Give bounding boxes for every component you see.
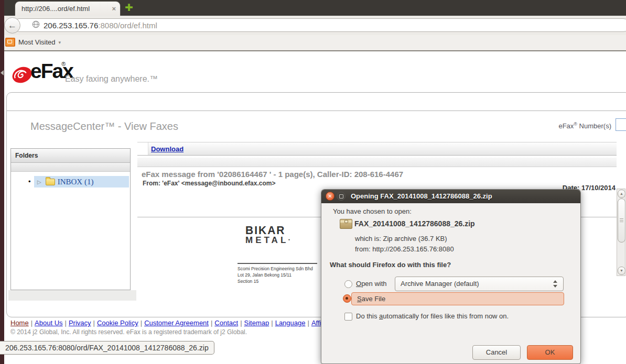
dialog-filetype-text: which is: Zip archive (36.7 KB): [355, 235, 447, 242]
inbox-label[interactable]: INBOX (1): [58, 178, 94, 186]
copyright-text: © 2014 j2 Global, Inc. All rights reserv…: [10, 328, 247, 336]
open-with-label[interactable]: Open with: [356, 280, 387, 288]
select-spinner-icon: [553, 280, 558, 288]
screen: http://206....ord/ef.html × ✚ 206.253.16…: [0, 0, 626, 364]
footer-link-contact[interactable]: Contact: [214, 319, 238, 327]
folder-icon: [46, 179, 55, 185]
footer-link-about[interactable]: About Us: [35, 319, 62, 327]
dialog-intro-text: You have chosen to open:: [333, 207, 412, 215]
folders-subheader: [11, 163, 130, 172]
url-bar[interactable]: 206.253.165.76:8080/ord/ef.html: [13, 18, 626, 32]
open-with-selected-value: Archive Manager (default): [401, 280, 479, 288]
fax-address-line1: Scomi Precision Engineering Sdn Bhd: [238, 266, 313, 271]
do-automatically-label[interactable]: Do this automatically for files like thi…: [356, 312, 509, 320]
efax-numbers-input[interactable]: [616, 118, 626, 131]
panel-footer-strip: [8, 290, 136, 301]
dialog-filename: FAX_20141008_1412786088_26.zip: [354, 219, 475, 228]
list-bullet: •: [28, 178, 31, 185]
efax-numbers-label: eFax® Number(s): [558, 122, 611, 130]
window-edge-strip: [0, 0, 4, 364]
dialog-titlebar[interactable]: ✕ Opening FAX_20141008_1412786088_26.zip: [321, 190, 580, 203]
browser-tab[interactable]: http://206....ord/ef.html ×: [15, 1, 121, 16]
efax-logo-reg-mark: ®: [61, 61, 66, 67]
open-with-radio[interactable]: [344, 280, 352, 288]
link-separator: |: [269, 319, 275, 327]
url-host: 206.253.165.76: [44, 21, 98, 30]
fax-fine-print-line: [238, 263, 317, 264]
status-bar-url: 206.253.165.76:8080/ord/FAX_20141008_141…: [0, 341, 214, 355]
back-button[interactable]: ←: [4, 17, 20, 34]
fax-brand-line2: METAL▪: [245, 235, 290, 246]
tab-close-icon[interactable]: ×: [112, 5, 116, 13]
dialog-question: What should Firefox do with this file?: [330, 261, 451, 269]
most-visited-button[interactable]: Most Visited ▾: [5, 38, 61, 47]
link-separator: |: [63, 319, 69, 327]
most-visited-folder-icon: [5, 38, 15, 47]
folders-panel: Folders • ▷ INBOX (1): [10, 148, 131, 290]
fax-address-line3: Section 15: [238, 279, 258, 284]
footer-link-home[interactable]: Home: [10, 319, 29, 327]
globe-icon: [32, 20, 40, 30]
close-icon[interactable]: ✕: [326, 192, 334, 201]
message-subject: eFax message from '02086164467 ' - 1 pag…: [142, 170, 403, 179]
efax-logo-swirl-icon: [12, 64, 33, 87]
scroll-up-icon[interactable]: ▲: [618, 190, 625, 198]
link-separator: |: [138, 319, 144, 327]
link-separator: |: [29, 319, 35, 327]
dialog-title: Opening FAX_20141008_1412786088_26.zip: [351, 192, 492, 200]
download-link[interactable]: Download: [151, 145, 184, 153]
new-tab-button[interactable]: ✚: [125, 3, 133, 13]
expand-arrow-icon[interactable]: ▷: [37, 179, 41, 185]
footer-link-agreement[interactable]: Customer Agreement: [144, 319, 209, 327]
footer-link-sitemap[interactable]: Sitemap: [244, 319, 269, 327]
footer-link-language[interactable]: Language: [275, 319, 306, 327]
most-visited-label: Most Visited: [18, 38, 56, 46]
footer-link-cookie[interactable]: Cookie Policy: [97, 319, 138, 327]
footer-link-privacy[interactable]: Privacy: [69, 319, 91, 327]
tab-title: http://206....ord/ef.html: [21, 5, 109, 13]
page-nav-box: [6, 92, 626, 111]
scroll-down-icon[interactable]: ▼: [618, 267, 625, 275]
page-title: MessageCenter™ - View Faxes: [30, 120, 178, 133]
message-toolbar-strip: [137, 158, 617, 167]
folder-item-inbox[interactable]: ▷ INBOX (1): [34, 176, 129, 187]
maximize-icon[interactable]: [337, 192, 346, 201]
message-toolbar: Download: [137, 142, 617, 156]
ok-button[interactable]: OK: [527, 345, 573, 360]
toolbar-left-stub: [137, 142, 148, 155]
scrollbar-thumb[interactable]: [618, 198, 625, 242]
save-file-option[interactable]: Save File: [351, 292, 564, 305]
save-file-radio[interactable]: [343, 294, 351, 303]
message-from: From: 'eFax' <message@inbound.efax.com>: [143, 180, 275, 187]
link-separator: |: [306, 319, 311, 327]
zip-file-icon: [340, 219, 352, 229]
url-path: :8080/ord/ef.html: [98, 21, 157, 30]
cancel-button[interactable]: Cancel: [472, 345, 521, 360]
collapse-arrow-icon[interactable]: [1, 70, 4, 75]
link-separator: |: [238, 319, 244, 327]
efax-tagline: Easy faxing anywhere.™: [65, 74, 158, 84]
download-dialog: ✕ Opening FAX_20141008_1412786088_26.zip…: [321, 189, 581, 364]
scrollbar-grip: [620, 218, 623, 222]
bookmarks-bar: [0, 35, 626, 51]
link-separator: |: [209, 319, 214, 327]
do-automatically-checkbox[interactable]: [344, 313, 352, 321]
fax-address-line2: Lot 29, Jalan Bekong 15/11: [238, 272, 292, 278]
link-separator: |: [91, 319, 97, 327]
chevron-down-icon: ▾: [59, 40, 61, 45]
open-with-select[interactable]: Archive Manager (default): [395, 277, 564, 291]
dialog-source-text: from: http://206.253.165.76:8080: [355, 245, 454, 253]
folders-header: Folders: [11, 149, 130, 163]
